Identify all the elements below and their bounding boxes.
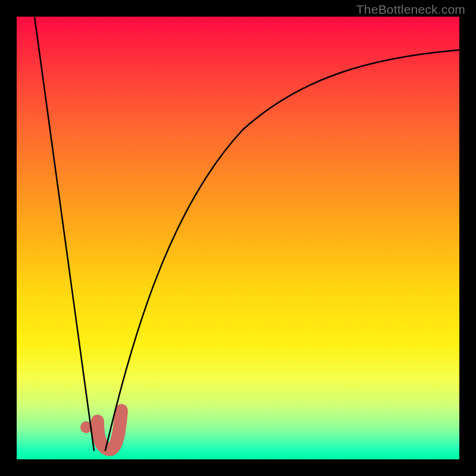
- series-left-descent: [35, 17, 94, 450]
- series-right-curve: [105, 50, 459, 450]
- chart-frame: TheBottleneck.com: [0, 0, 476, 476]
- chart-overlay: [17, 17, 459, 459]
- watermark-label: TheBottleneck.com: [356, 2, 465, 17]
- series-j-hook: [98, 411, 121, 449]
